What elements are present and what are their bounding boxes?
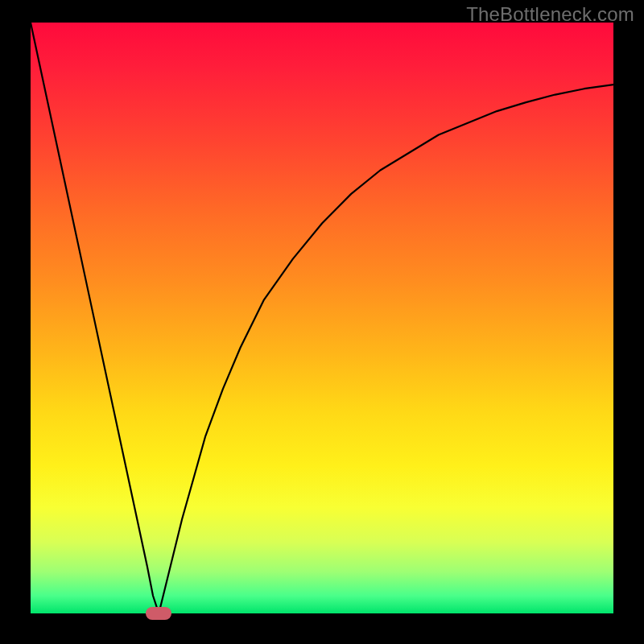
chart-frame: TheBottleneck.com bbox=[0, 0, 644, 644]
minimum-marker bbox=[146, 607, 171, 620]
bottleneck-curve bbox=[31, 23, 613, 613]
plot-area bbox=[31, 23, 613, 613]
curve-path bbox=[31, 23, 613, 613]
